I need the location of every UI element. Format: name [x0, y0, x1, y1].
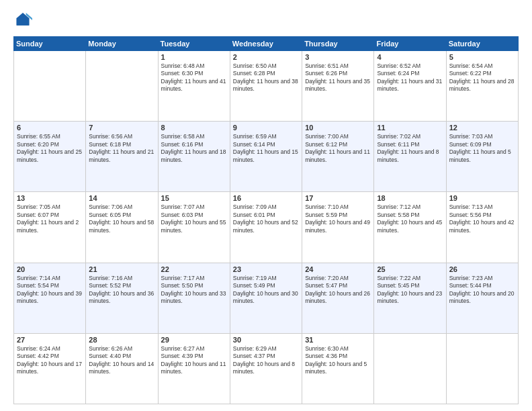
- day-number: 22: [161, 265, 227, 273]
- calendar-cell: 19Sunrise: 7:13 AM Sunset: 5:56 PM Dayli…: [446, 192, 518, 263]
- calendar-cell: 31Sunrise: 6:30 AM Sunset: 4:36 PM Dayli…: [302, 333, 374, 404]
- day-data: Sunrise: 6:58 AM Sunset: 6:16 PM Dayligh…: [161, 133, 227, 164]
- day-data: Sunrise: 6:26 AM Sunset: 4:40 PM Dayligh…: [89, 345, 154, 376]
- calendar-cell: 3Sunrise: 6:51 AM Sunset: 6:26 PM Daylig…: [302, 51, 374, 122]
- day-data: Sunrise: 7:02 AM Sunset: 6:11 PM Dayligh…: [377, 133, 443, 164]
- weekday-header-tuesday: Tuesday: [158, 37, 230, 51]
- day-data: Sunrise: 7:10 AM Sunset: 5:59 PM Dayligh…: [305, 203, 371, 234]
- calendar-cell: 8Sunrise: 6:58 AM Sunset: 6:16 PM Daylig…: [158, 122, 230, 192]
- calendar-cell: 18Sunrise: 7:12 AM Sunset: 5:58 PM Dayli…: [374, 192, 446, 263]
- calendar-cell: 15Sunrise: 7:07 AM Sunset: 6:03 PM Dayli…: [158, 192, 230, 263]
- day-number: 14: [89, 194, 154, 202]
- calendar-cell: 22Sunrise: 7:17 AM Sunset: 5:50 PM Dayli…: [158, 263, 230, 333]
- day-number: 15: [161, 194, 227, 202]
- weekday-header-saturday: Saturday: [446, 37, 518, 51]
- calendar-cell: 16Sunrise: 7:09 AM Sunset: 6:01 PM Dayli…: [230, 192, 302, 263]
- calendar-cell: 14Sunrise: 7:06 AM Sunset: 6:05 PM Dayli…: [86, 192, 158, 263]
- calendar-cell: 28Sunrise: 6:26 AM Sunset: 4:40 PM Dayli…: [86, 333, 158, 404]
- day-number: 19: [449, 194, 515, 202]
- weekday-header-sunday: Sunday: [14, 37, 86, 51]
- day-data: Sunrise: 6:27 AM Sunset: 4:39 PM Dayligh…: [161, 345, 227, 376]
- calendar-cell: [14, 51, 86, 122]
- calendar-cell: 21Sunrise: 7:16 AM Sunset: 5:52 PM Dayli…: [86, 263, 158, 333]
- day-number: 28: [89, 336, 154, 344]
- day-data: Sunrise: 6:50 AM Sunset: 6:28 PM Dayligh…: [233, 62, 299, 93]
- calendar-cell: 24Sunrise: 7:20 AM Sunset: 5:47 PM Dayli…: [302, 263, 374, 333]
- day-data: Sunrise: 7:23 AM Sunset: 5:44 PM Dayligh…: [449, 275, 515, 306]
- calendar-cell: 13Sunrise: 7:05 AM Sunset: 6:07 PM Dayli…: [14, 192, 86, 263]
- calendar-cell: [86, 51, 158, 122]
- calendar-table: SundayMondayTuesdayWednesdayThursdayFrid…: [13, 36, 519, 404]
- page: SundayMondayTuesdayWednesdayThursdayFrid…: [0, 0, 532, 411]
- week-row-2: 6Sunrise: 6:55 AM Sunset: 6:20 PM Daylig…: [14, 122, 519, 192]
- week-row-3: 13Sunrise: 7:05 AM Sunset: 6:07 PM Dayli…: [14, 192, 519, 263]
- week-row-4: 20Sunrise: 7:14 AM Sunset: 5:54 PM Dayli…: [14, 263, 519, 333]
- day-data: Sunrise: 7:03 AM Sunset: 6:09 PM Dayligh…: [449, 133, 515, 164]
- day-number: 30: [233, 336, 299, 344]
- day-data: Sunrise: 7:07 AM Sunset: 6:03 PM Dayligh…: [161, 203, 227, 234]
- calendar-cell: 26Sunrise: 7:23 AM Sunset: 5:44 PM Dayli…: [446, 263, 518, 333]
- day-number: 7: [89, 124, 154, 132]
- day-number: 4: [377, 53, 443, 61]
- day-number: 26: [449, 265, 515, 273]
- day-number: 25: [377, 265, 443, 273]
- calendar-cell: 5Sunrise: 6:54 AM Sunset: 6:22 PM Daylig…: [446, 51, 518, 122]
- day-data: Sunrise: 7:16 AM Sunset: 5:52 PM Dayligh…: [89, 275, 154, 306]
- day-number: 31: [305, 336, 371, 344]
- calendar-cell: [446, 333, 518, 404]
- day-number: 10: [305, 124, 371, 132]
- calendar-cell: 7Sunrise: 6:56 AM Sunset: 6:18 PM Daylig…: [86, 122, 158, 192]
- day-number: 29: [161, 336, 227, 344]
- day-number: 9: [233, 124, 299, 132]
- day-number: 13: [17, 194, 83, 202]
- weekday-header-thursday: Thursday: [302, 37, 374, 51]
- day-number: 2: [233, 53, 299, 61]
- calendar-cell: [374, 333, 446, 404]
- day-data: Sunrise: 6:55 AM Sunset: 6:20 PM Dayligh…: [17, 133, 83, 164]
- calendar-cell: 25Sunrise: 7:22 AM Sunset: 5:45 PM Dayli…: [374, 263, 446, 333]
- day-number: 11: [377, 124, 443, 132]
- day-data: Sunrise: 7:00 AM Sunset: 6:12 PM Dayligh…: [305, 133, 371, 164]
- calendar-cell: 11Sunrise: 7:02 AM Sunset: 6:11 PM Dayli…: [374, 122, 446, 192]
- day-number: 27: [17, 336, 83, 344]
- day-data: Sunrise: 7:06 AM Sunset: 6:05 PM Dayligh…: [89, 203, 154, 234]
- day-data: Sunrise: 6:59 AM Sunset: 6:14 PM Dayligh…: [233, 133, 299, 164]
- day-data: Sunrise: 7:13 AM Sunset: 5:56 PM Dayligh…: [449, 203, 515, 234]
- week-row-5: 27Sunrise: 6:24 AM Sunset: 4:42 PM Dayli…: [14, 333, 519, 404]
- day-number: 6: [17, 124, 83, 132]
- day-data: Sunrise: 7:09 AM Sunset: 6:01 PM Dayligh…: [233, 203, 299, 234]
- calendar-cell: 1Sunrise: 6:48 AM Sunset: 6:30 PM Daylig…: [158, 51, 230, 122]
- weekday-header-friday: Friday: [374, 37, 446, 51]
- day-data: Sunrise: 7:19 AM Sunset: 5:49 PM Dayligh…: [233, 275, 299, 306]
- day-data: Sunrise: 7:12 AM Sunset: 5:58 PM Dayligh…: [377, 203, 443, 234]
- week-row-1: 1Sunrise: 6:48 AM Sunset: 6:30 PM Daylig…: [14, 51, 519, 122]
- weekday-header-row: SundayMondayTuesdayWednesdayThursdayFrid…: [14, 37, 519, 51]
- day-data: Sunrise: 6:29 AM Sunset: 4:37 PM Dayligh…: [233, 345, 299, 376]
- day-number: 23: [233, 265, 299, 273]
- day-data: Sunrise: 6:52 AM Sunset: 6:24 PM Dayligh…: [377, 62, 443, 93]
- day-data: Sunrise: 7:14 AM Sunset: 5:54 PM Dayligh…: [17, 275, 83, 306]
- day-number: 8: [161, 124, 227, 132]
- day-number: 24: [305, 265, 371, 273]
- calendar-cell: 6Sunrise: 6:55 AM Sunset: 6:20 PM Daylig…: [14, 122, 86, 192]
- day-data: Sunrise: 7:22 AM Sunset: 5:45 PM Dayligh…: [377, 275, 443, 306]
- calendar-cell: 12Sunrise: 7:03 AM Sunset: 6:09 PM Dayli…: [446, 122, 518, 192]
- weekday-header-wednesday: Wednesday: [230, 37, 302, 51]
- day-data: Sunrise: 6:30 AM Sunset: 4:36 PM Dayligh…: [305, 345, 371, 376]
- svg-rect-2: [17, 18, 30, 26]
- calendar-cell: 30Sunrise: 6:29 AM Sunset: 4:37 PM Dayli…: [230, 333, 302, 404]
- calendar-cell: 20Sunrise: 7:14 AM Sunset: 5:54 PM Dayli…: [14, 263, 86, 333]
- day-data: Sunrise: 6:56 AM Sunset: 6:18 PM Dayligh…: [89, 133, 154, 164]
- day-data: Sunrise: 6:48 AM Sunset: 6:30 PM Dayligh…: [161, 62, 227, 93]
- logo: [13, 11, 35, 30]
- calendar-cell: 29Sunrise: 6:27 AM Sunset: 4:39 PM Dayli…: [158, 333, 230, 404]
- calendar-cell: 27Sunrise: 6:24 AM Sunset: 4:42 PM Dayli…: [14, 333, 86, 404]
- day-number: 16: [233, 194, 299, 202]
- day-number: 12: [449, 124, 515, 132]
- calendar-cell: 23Sunrise: 7:19 AM Sunset: 5:49 PM Dayli…: [230, 263, 302, 333]
- header: [13, 11, 519, 30]
- calendar-cell: 17Sunrise: 7:10 AM Sunset: 5:59 PM Dayli…: [302, 192, 374, 263]
- logo-icon: [13, 11, 32, 30]
- calendar-cell: 9Sunrise: 6:59 AM Sunset: 6:14 PM Daylig…: [230, 122, 302, 192]
- day-number: 18: [377, 194, 443, 202]
